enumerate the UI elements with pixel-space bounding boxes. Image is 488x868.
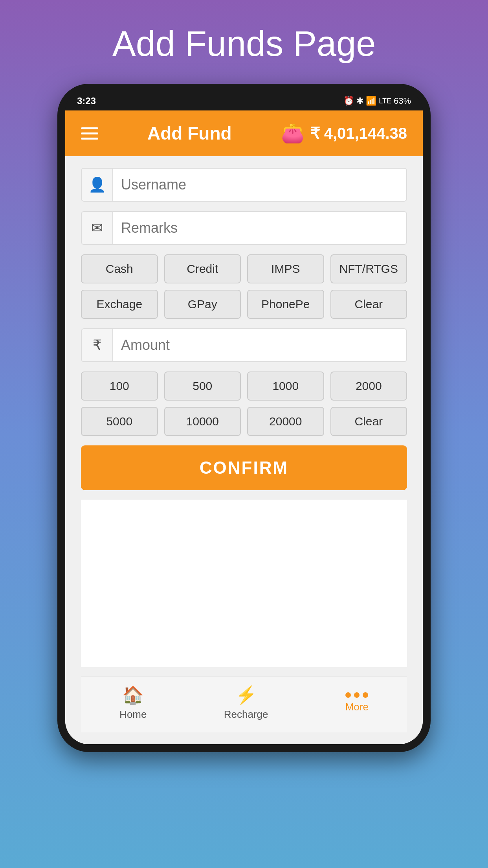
payment-method-credit[interactable]: Credit [164, 254, 241, 283]
phone-frame: 3:23 ⏰ ✱ 📶 LTE 63% Add Fund 👛 ₹ 4,01,144… [57, 84, 431, 752]
bottom-navigation: 🏠 Home ⚡ Recharge More [81, 677, 407, 732]
screen: Add Fund 👛 ₹ 4,01,144.38 👤 ✉ Cash Credit [65, 110, 423, 744]
empty-content-area [81, 500, 407, 667]
dot-2 [354, 692, 360, 698]
username-input[interactable] [113, 169, 406, 201]
alarm-icon: ⏰ [343, 96, 354, 106]
status-right: ⏰ ✱ 📶 LTE 63% [343, 96, 411, 106]
payment-method-imps[interactable]: IMPS [247, 254, 324, 283]
app-header: Add Fund 👛 ₹ 4,01,144.38 [65, 110, 423, 156]
username-input-row: 👤 [81, 168, 407, 202]
amount-input[interactable] [113, 329, 406, 361]
amount-10000[interactable]: 10000 [164, 407, 241, 436]
wallet-icon: 👛 [281, 122, 305, 144]
nav-home-label: Home [119, 708, 147, 721]
dot-3 [363, 692, 368, 698]
amount-1000[interactable]: 1000 [247, 371, 324, 401]
header-title: Add Fund [147, 123, 232, 144]
battery-text: 63% [394, 96, 411, 106]
amount-clear[interactable]: Clear [330, 407, 407, 436]
amount-500[interactable]: 500 [164, 371, 241, 401]
amount-5000[interactable]: 5000 [81, 407, 158, 436]
bolt-icon: ⚡ [235, 685, 257, 705]
nav-home[interactable]: 🏠 Home [119, 685, 147, 721]
payment-method-exchange[interactable]: Exchage [81, 290, 158, 319]
payment-method-nft[interactable]: NFT/RTGS [330, 254, 407, 283]
nav-more-label: More [345, 701, 369, 713]
rupee-icon: ₹ [82, 329, 113, 361]
status-time: 3:23 [77, 96, 96, 107]
nav-more[interactable]: More [345, 692, 369, 713]
page-title: Add Funds Page [112, 24, 376, 64]
header-balance: 👛 ₹ 4,01,144.38 [281, 122, 407, 144]
amount-2000[interactable]: 2000 [330, 371, 407, 401]
lte-icon: LTE [379, 97, 391, 105]
remarks-input[interactable] [113, 212, 406, 244]
nav-recharge-label: Recharge [224, 708, 268, 721]
amount-20000[interactable]: 20000 [247, 407, 324, 436]
status-bar: 3:23 ⏰ ✱ 📶 LTE 63% [65, 92, 423, 110]
confirm-button[interactable]: CONFIRM [81, 445, 407, 490]
dot-1 [345, 692, 351, 698]
amount-input-row: ₹ [81, 328, 407, 362]
more-dots-icon [345, 692, 368, 698]
payment-method-gpay[interactable]: GPay [164, 290, 241, 319]
signal-icon: 📶 [366, 96, 376, 106]
hamburger-line-3 [81, 138, 98, 140]
remarks-input-row: ✉ [81, 211, 407, 245]
hamburger-menu[interactable] [81, 127, 98, 140]
form-content: 👤 ✉ Cash Credit IMPS NFT/RTGS Exchage GP… [65, 156, 423, 744]
user-icon: 👤 [82, 169, 113, 201]
hamburger-line-1 [81, 127, 98, 129]
remarks-icon: ✉ [82, 212, 113, 244]
bluetooth-icon: ✱ [356, 96, 363, 106]
payment-method-clear[interactable]: Clear [330, 290, 407, 319]
quick-amount-grid: 100 500 1000 2000 5000 10000 20000 Clear [81, 371, 407, 436]
payment-method-phonepe[interactable]: PhonePe [247, 290, 324, 319]
amount-100[interactable]: 100 [81, 371, 158, 401]
payment-method-cash[interactable]: Cash [81, 254, 158, 283]
home-icon: 🏠 [122, 685, 144, 705]
payment-method-grid: Cash Credit IMPS NFT/RTGS Exchage GPay P… [81, 254, 407, 319]
balance-amount: ₹ 4,01,144.38 [310, 124, 407, 142]
nav-recharge[interactable]: ⚡ Recharge [224, 685, 268, 721]
hamburger-line-2 [81, 132, 98, 134]
